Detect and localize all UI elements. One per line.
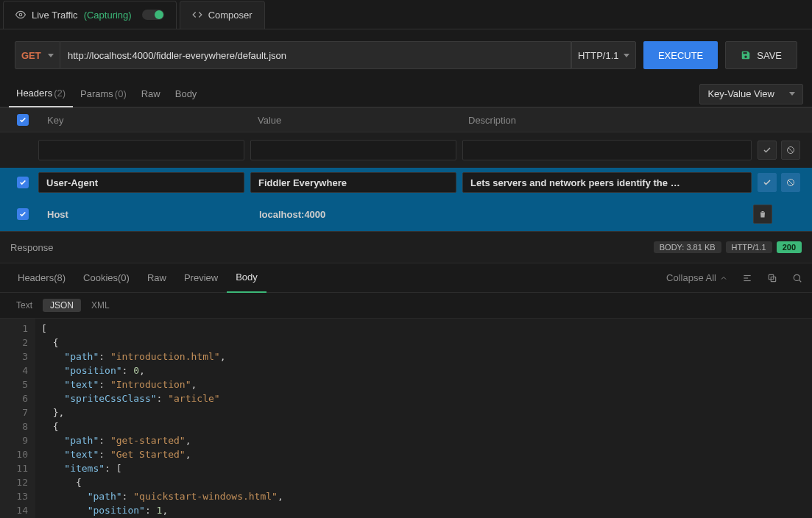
resp-tab-cookies[interactable]: Cookies(0)	[74, 263, 138, 293]
http-method-select[interactable]: GET	[15, 41, 60, 69]
capturing-status: (Capturing)	[84, 10, 132, 21]
cancel-button[interactable]	[781, 141, 800, 160]
view-mode-select[interactable]: Key-Value View	[699, 84, 803, 104]
chevron-down-icon	[789, 92, 795, 96]
body-size-badge: BODY: 3.81 KB	[654, 241, 721, 253]
resp-tab-headers[interactable]: Headers(8)	[9, 263, 74, 293]
url-input[interactable]: http://localhost:4000/fiddler-everywhere…	[60, 41, 571, 69]
tab-headers[interactable]: Headers(2)	[9, 81, 73, 107]
status-badge: 200	[777, 241, 802, 253]
new-header-row	[0, 132, 812, 168]
http-version-badge: HTTP/1.1	[726, 241, 772, 253]
chevron-down-icon	[624, 54, 629, 57]
collapse-all-button[interactable]: Collapse All	[666, 272, 728, 283]
body-type-text[interactable]: Text	[16, 300, 32, 311]
header-value: localhost:4000	[250, 209, 462, 220]
row-checkbox[interactable]	[17, 177, 29, 188]
tab-composer-label: Composer	[208, 10, 253, 21]
format-icon[interactable]	[741, 272, 753, 284]
execute-button[interactable]: EXECUTE	[643, 41, 718, 69]
tab-composer[interactable]: Composer	[180, 1, 265, 29]
new-header-desc[interactable]	[462, 140, 752, 160]
tab-params[interactable]: Params(0)	[73, 81, 134, 107]
header-value[interactable]: Fiddler Everywhere	[250, 172, 456, 193]
search-icon[interactable]	[791, 272, 803, 284]
code-area[interactable]: [ { "path": "introduction.html", "positi…	[35, 319, 812, 518]
svg-line-11	[799, 280, 801, 282]
code-icon	[192, 10, 202, 20]
line-gutter: 123456789101112131415	[0, 319, 35, 518]
body-type-xml[interactable]: XML	[91, 300, 110, 311]
copy-icon[interactable]	[766, 272, 778, 284]
header-desc[interactable]: Lets servers and network peers identify …	[462, 172, 752, 193]
confirm-button[interactable]	[758, 141, 777, 160]
http-method-value: GET	[21, 50, 41, 61]
svg-point-0	[19, 13, 22, 16]
svg-line-2	[788, 148, 793, 152]
save-button[interactable]: SAVE	[725, 41, 797, 69]
col-key: Key	[38, 115, 249, 126]
svg-line-4	[788, 180, 793, 185]
capture-toggle[interactable]	[142, 10, 164, 20]
delete-button[interactable]	[753, 205, 772, 224]
response-title: Response	[10, 242, 54, 253]
row-checkbox[interactable]	[17, 208, 29, 220]
tab-live-traffic-label: Live Traffic	[32, 10, 78, 21]
cancel-button[interactable]	[781, 173, 800, 192]
eye-icon	[15, 10, 26, 20]
new-header-key[interactable]	[38, 140, 244, 160]
svg-point-10	[794, 274, 799, 280]
tab-raw[interactable]: Raw	[134, 81, 168, 107]
tab-live-traffic[interactable]: Live Traffic (Capturing)	[3, 1, 177, 29]
select-all-checkbox[interactable]	[17, 114, 29, 126]
body-type-json[interactable]: JSON	[43, 299, 81, 312]
header-row[interactable]: User-Agent Fiddler Everywhere Lets serve…	[0, 168, 812, 197]
confirm-button[interactable]	[758, 173, 777, 192]
headers-table-head: Key Value Description	[0, 107, 812, 132]
resp-tab-body[interactable]: Body	[227, 263, 266, 293]
response-body-editor[interactable]: 123456789101112131415 [ { "path": "intro…	[0, 319, 812, 518]
save-icon	[741, 50, 751, 60]
new-header-value[interactable]	[250, 140, 456, 160]
header-key: Host	[38, 209, 250, 220]
col-description: Description	[459, 115, 688, 126]
chevron-down-icon	[48, 54, 54, 57]
resp-tab-preview[interactable]: Preview	[175, 263, 227, 293]
tab-body[interactable]: Body	[168, 81, 205, 107]
col-value: Value	[249, 115, 459, 126]
http-version-select[interactable]: HTTP/1.1	[571, 41, 636, 69]
resp-tab-raw[interactable]: Raw	[138, 263, 175, 293]
header-key[interactable]: User-Agent	[38, 172, 244, 193]
header-row[interactable]: Host localhost:4000	[0, 197, 812, 231]
